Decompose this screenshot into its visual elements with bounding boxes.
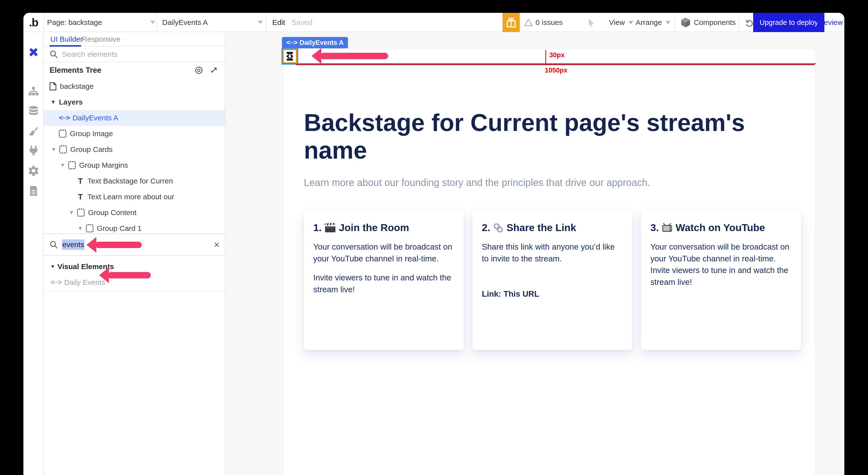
tree-row-group-margins[interactable]: ▼ Group Margins [43, 157, 225, 173]
caret-down-icon[interactable]: ▼ [69, 209, 77, 216]
card-paragraph: Invite viewers to tune in and watch the … [313, 272, 455, 295]
gift-icon [506, 17, 516, 28]
text-icon: T [76, 192, 84, 202]
warning-icon [524, 19, 533, 26]
eye-icon[interactable] [194, 66, 203, 75]
tree-row-group-content[interactable]: ▼ Group Content [43, 205, 225, 220]
group-icon [77, 209, 85, 216]
sidebar-item-settings[interactable] [23, 163, 43, 178]
search-icon [50, 50, 58, 58]
selected-element-box[interactable] [282, 49, 297, 64]
group-icon [59, 130, 66, 138]
gift-button[interactable] [502, 13, 520, 32]
card-link-label[interactable]: Link: This URL [482, 288, 623, 300]
search-value-selected: events [62, 239, 85, 250]
view-menu[interactable]: View [609, 13, 633, 32]
undo-button[interactable] [744, 18, 754, 28]
bubble-logo[interactable]: .b [23, 13, 43, 32]
tree-header: Elements Tree [50, 62, 101, 79]
width-measure-label: 1050px [545, 67, 567, 74]
data-icon [28, 106, 39, 116]
logs-icon [29, 185, 38, 196]
sidebar-item-styles[interactable] [23, 124, 43, 139]
workflow-icon [28, 86, 39, 96]
preview-button[interactable]: Preview [816, 13, 843, 32]
annotation-arrow-search-events [95, 242, 142, 248]
card-join-the-room[interactable]: 1. Join the Room Your conversation will … [304, 211, 464, 350]
page-subtitle-text[interactable]: Learn more about our founding story and … [304, 177, 772, 188]
sidebar-item-data[interactable] [23, 103, 43, 118]
caret-down-icon[interactable]: ▼ [51, 99, 59, 105]
tv-icon [662, 223, 673, 233]
sidebar-item-design[interactable] [23, 45, 43, 60]
text-icon: T [76, 177, 84, 186]
close-icon[interactable]: × [214, 240, 220, 249]
annotation-arrow-daily-events [108, 272, 151, 278]
cards-row: 1. Join the Room Your conversation will … [304, 211, 801, 350]
tree-row-group-card-1[interactable]: ▼ Group Card 1 [43, 220, 225, 234]
component-icon: <··> [51, 278, 61, 286]
tree-row-backstage[interactable]: backstage [43, 79, 225, 94]
edit-mode-button[interactable]: Edit Saved [272, 13, 312, 32]
top-toolbar: .b Page: backstage DailyEvents A Edit Sa… [23, 13, 844, 32]
arrange-menu[interactable]: Arrange [636, 13, 671, 32]
tree-row-text-backstage[interactable]: T Text Backstage for Curren [43, 173, 225, 189]
card-watch-on-youtube[interactable]: 3. Watch on YouTube Your conversation wi… [641, 211, 801, 350]
caret-down-icon[interactable]: ▼ [78, 225, 86, 232]
card-paragraph: Share this link with anyone you’d like t… [482, 241, 623, 264]
panel-tabs: UI Builder Responsive [43, 32, 225, 47]
elements-tree: backstage ▼ Layers <··> DailyEvents A Gr… [43, 79, 225, 234]
save-status: Saved [291, 18, 312, 27]
component-icon: <··> [286, 39, 297, 47]
component-icon: <··> [59, 114, 69, 122]
components-button[interactable]: Components [681, 13, 736, 32]
page-selector[interactable]: Page: backstage [47, 13, 102, 32]
link-icon [493, 223, 503, 233]
height-measure-label: 30px [549, 51, 565, 59]
tree-row-group-cards[interactable]: ▼ Group Cards [43, 142, 225, 157]
card-paragraph: Your conversation will be broadcast on y… [313, 241, 455, 264]
page-icon [50, 82, 56, 90]
issues-indicator[interactable]: 0 issues [524, 13, 563, 32]
sidebar-item-workflow[interactable] [23, 84, 43, 99]
tree-row-layers[interactable]: ▼ Layers [43, 94, 225, 110]
expand-icon[interactable] [210, 66, 218, 75]
element-selector[interactable]: DailyEvents A [162, 13, 208, 32]
group-icon [86, 225, 93, 232]
tab-ui-builder[interactable]: UI Builder [50, 32, 83, 47]
elements-panel: UI Builder Responsive Search elements El… [43, 32, 225, 475]
editor-canvas[interactable]: <··> DailyEvents A 30px 1050px Backstage… [225, 32, 844, 475]
tree-row-text-learn-more[interactable]: T Text Learn more about our [43, 189, 225, 205]
tree-row-group-image[interactable]: Group Image [43, 126, 225, 142]
tab-responsive[interactable]: Responsive [82, 32, 121, 47]
search-icon [50, 240, 58, 249]
width-measure-line [296, 64, 814, 65]
search-elements-input[interactable]: Search elements [43, 47, 225, 62]
tree-row-dailyevents-a[interactable]: <··> DailyEvents A [43, 110, 225, 126]
settings-icon [28, 165, 39, 176]
desktop-background: .b Page: backstage DailyEvents A Edit Sa… [0, 0, 868, 475]
card-paragraph: Your conversation will be broadcast on y… [650, 241, 792, 288]
caret-down-icon[interactable]: ▼ [51, 146, 59, 153]
components-icon [681, 17, 690, 28]
caret-down-icon: ▼ [50, 263, 57, 270]
card-share-the-link[interactable]: 2. Share the Link Share this link with a… [472, 211, 632, 350]
sidebar-item-logs[interactable] [23, 183, 43, 198]
component-placeholder-icon [286, 51, 294, 61]
chevron-down-icon [254, 21, 263, 24]
card-title: 3. Watch on YouTube [650, 222, 792, 234]
card-title: 1. Join the Room [313, 222, 455, 234]
card-title: 2. Share the Link [482, 222, 623, 234]
upgrade-to-deploy-button[interactable]: Upgrade to deploy [753, 13, 825, 32]
group-icon [68, 161, 76, 169]
page-heading-text[interactable]: Backstage for Current page's stream's na… [304, 109, 794, 164]
design-icon [28, 47, 39, 58]
annotation-arrow-element-box [320, 53, 388, 59]
chevron-down-icon [147, 21, 156, 24]
mode-sidebar [23, 32, 43, 475]
clapperboard-icon [324, 223, 336, 233]
height-measure-tick [546, 50, 546, 64]
caret-down-icon[interactable]: ▼ [60, 162, 68, 169]
selected-element-tag[interactable]: <··> DailyEvents A [282, 37, 348, 48]
sidebar-item-plugins[interactable] [23, 143, 43, 158]
